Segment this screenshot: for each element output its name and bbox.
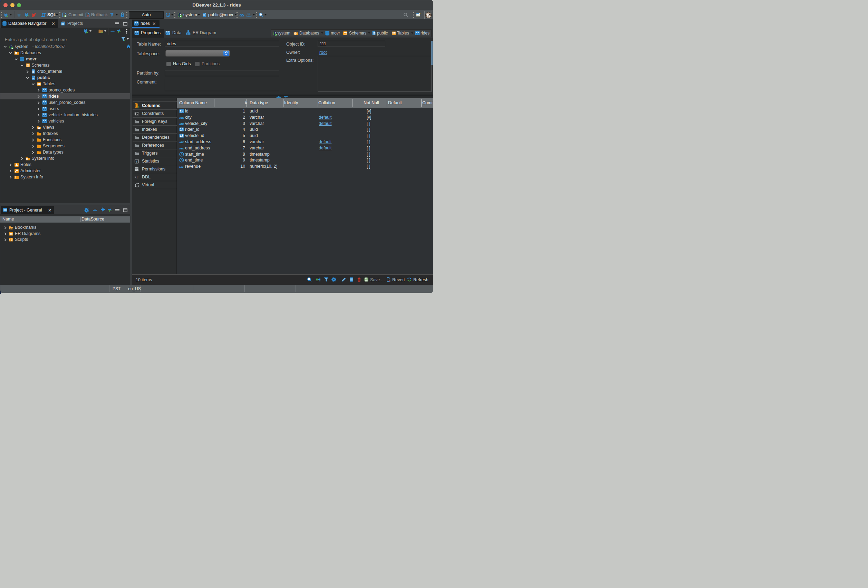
svg-text:ABC: ABC — [179, 122, 184, 125]
svg-text:ABC: ABC — [179, 116, 184, 119]
svg-text:T: T — [136, 175, 139, 179]
svg-text:i: i — [136, 160, 137, 163]
svg-text:123: 123 — [179, 165, 184, 168]
svg-text:ABC: ABC — [179, 141, 184, 144]
svg-text:ABC: ABC — [179, 147, 184, 150]
